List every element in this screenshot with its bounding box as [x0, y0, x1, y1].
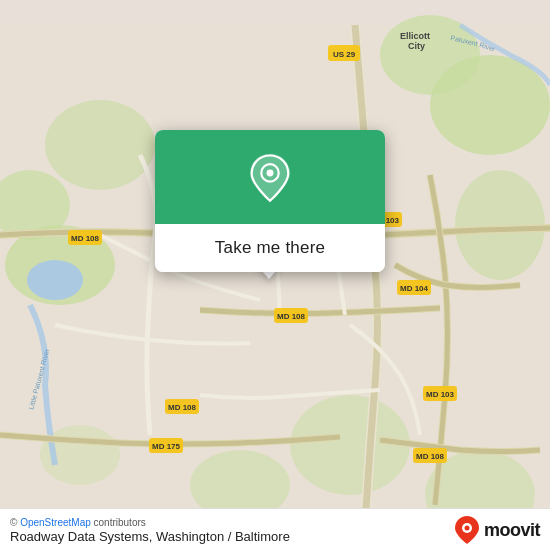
- bottom-left-info: © OpenStreetMap contributors Roadway Dat…: [10, 517, 290, 544]
- svg-text:MD 175: MD 175: [152, 442, 181, 451]
- svg-text:MD 108: MD 108: [71, 234, 100, 243]
- osm-contributors-text: contributors: [94, 517, 146, 528]
- copyright-symbol: ©: [10, 517, 17, 528]
- svg-text:US 29: US 29: [333, 50, 356, 59]
- svg-text:Ellicott: Ellicott: [400, 31, 430, 41]
- svg-point-6: [45, 100, 155, 190]
- location-pin-icon: [243, 152, 297, 206]
- moovit-logo: moovit: [454, 515, 540, 545]
- svg-text:MD 103: MD 103: [426, 390, 455, 399]
- svg-text:City: City: [408, 41, 425, 51]
- osm-link[interactable]: OpenStreetMap: [20, 517, 91, 528]
- svg-point-35: [267, 169, 274, 176]
- osm-attribution: © OpenStreetMap contributors: [10, 517, 290, 528]
- take-me-there-button[interactable]: Take me there: [155, 224, 385, 272]
- svg-text:MD 108: MD 108: [277, 312, 306, 321]
- map-container: Little Patuxent River: [0, 0, 550, 550]
- moovit-text: moovit: [484, 520, 540, 541]
- svg-point-11: [27, 260, 83, 300]
- popup-card: Take me there: [155, 130, 385, 272]
- popup-icon-area: [155, 130, 385, 224]
- bottom-bar: © OpenStreetMap contributors Roadway Dat…: [0, 508, 550, 550]
- svg-text:MD 104: MD 104: [400, 284, 429, 293]
- app-title: Roadway Data Systems, Washington / Balti…: [10, 529, 290, 544]
- moovit-pin-icon: [454, 515, 480, 545]
- svg-point-37: [464, 526, 469, 531]
- svg-text:MD 108: MD 108: [168, 403, 197, 412]
- svg-text:MD 108: MD 108: [416, 452, 445, 461]
